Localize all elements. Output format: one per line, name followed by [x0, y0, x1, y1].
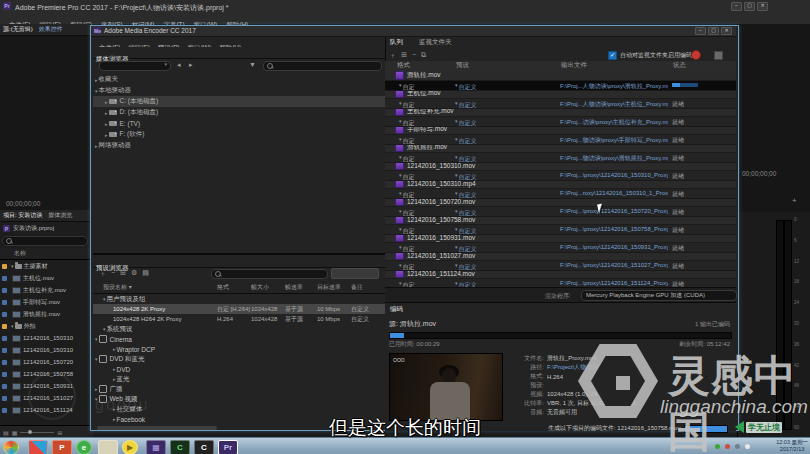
chevron-down-icon[interactable]: ▾	[399, 172, 402, 178]
label-color-swatch[interactable]	[2, 324, 7, 329]
project-item[interactable]: 12142016_151027	[0, 392, 90, 404]
chevron-down-icon[interactable]: ▾	[399, 82, 402, 88]
expand-arrow-icon[interactable]: ▸	[113, 376, 116, 382]
chevron-down-icon[interactable]: ▾	[399, 136, 402, 142]
project-item[interactable]: 12142016_150931	[0, 380, 90, 392]
auto-encode-option[interactable]: ✓ 自动对监视文件夹启用编码	[608, 51, 692, 60]
output-preset[interactable]: 自定义	[459, 83, 477, 92]
taskbar-icon-c-green[interactable]: C	[170, 440, 190, 454]
start-button[interactable]	[3, 440, 19, 454]
output-path[interactable]: F:\Proj...\proxy\12142016_151124_Proxy.m…	[560, 280, 668, 286]
renderer-dropdown[interactable]: Mercury Playback Engine GPU 加速 (CUDA)	[581, 290, 737, 301]
add-preset-icon[interactable]: ＋	[99, 269, 106, 279]
taskbar-icon-c-white[interactable]: C	[194, 440, 214, 454]
tab-encoding[interactable]: 编码	[387, 305, 406, 314]
media-browser-view-dropdown[interactable]: ▾	[99, 61, 169, 69]
chevron-down-icon[interactable]: ▾	[399, 262, 402, 268]
output-preset[interactable]: 自定义	[459, 155, 477, 164]
expand-arrow-icon[interactable]: ▸	[105, 110, 108, 116]
tree-item[interactable]: ▸ D: (本地磁盘)	[93, 107, 385, 118]
new-group-icon[interactable]: ⊞	[120, 269, 126, 279]
label-color-swatch[interactable]	[2, 288, 7, 293]
queue-output-row[interactable]: ▾ 自定 ▾ 自定义 F:\Proj...roxy\12142016_15031…	[385, 189, 736, 199]
settings-icon[interactable]: ⚙	[131, 269, 137, 279]
chevron-down-icon[interactable]: ▾	[399, 190, 402, 196]
tab-queue[interactable]: 队列	[387, 38, 406, 47]
output-format[interactable]: 自定	[403, 245, 415, 254]
project-item[interactable]: 主机位.mov	[0, 272, 90, 284]
output-format[interactable]: 自定	[403, 263, 415, 272]
queue-output-row[interactable]: ▾ 自定 ▾ 自定义 F:\Proj...\proxy\12142016_150…	[385, 225, 736, 235]
system-preset-item[interactable]: ▸ 社交媒体	[93, 404, 385, 414]
tree-item[interactable]: ▸ 网络驱动器	[93, 140, 385, 151]
expand-arrow-icon[interactable]: ▾	[95, 336, 98, 342]
maximize-icon[interactable]: ▢	[744, 2, 755, 11]
tray-icon-green[interactable]	[715, 444, 720, 449]
output-format[interactable]: 自定	[403, 227, 415, 236]
forward-icon[interactable]: ▸	[189, 61, 193, 69]
column-preset-name[interactable]: 预设名称 ▾	[103, 283, 132, 292]
chevron-down-icon[interactable]: ▾	[455, 136, 458, 142]
add-button-icon[interactable]: +	[792, 196, 797, 205]
output-format[interactable]: 自定	[403, 119, 415, 128]
chevron-down-icon[interactable]: ▾	[455, 82, 458, 88]
output-format[interactable]: 自定	[403, 191, 415, 200]
stop-queue-button[interactable]	[691, 50, 701, 60]
preset-row[interactable]: 1024x428 2K Proxy 自定 [H.264] 1024x428 基于…	[93, 304, 385, 314]
expand-arrow-icon[interactable]: ▸	[105, 121, 108, 127]
media-browser-search-input[interactable]	[263, 61, 382, 71]
filter-icon[interactable]: ▼	[249, 61, 256, 68]
tree-item[interactable]: ▾ 本地驱动器	[93, 85, 385, 96]
expand-arrow-icon[interactable]: ▸	[113, 406, 116, 412]
system-preset-item[interactable]: ▾ DVD 和蓝光	[93, 354, 385, 364]
chevron-down-icon[interactable]: ▾	[455, 226, 458, 232]
expand-arrow-icon[interactable]: ▸	[95, 143, 98, 149]
taskbar-clock[interactable]: 12:03 星期一 2017/2/13	[776, 439, 808, 453]
expand-arrow-icon[interactable]: ▸	[113, 346, 116, 352]
label-color-swatch[interactable]	[2, 372, 7, 377]
label-color-swatch[interactable]	[2, 348, 7, 353]
output-preset[interactable]: 自定义	[459, 137, 477, 146]
chevron-down-icon[interactable]: ▾	[455, 244, 458, 250]
chevron-down-icon[interactable]: ▾	[455, 172, 458, 178]
queue-output-row[interactable]: ▾ 自定 ▾ 自定义 F:\Proj...人物访谈\proxy\主机位_Prox…	[385, 99, 736, 109]
expand-arrow-icon[interactable]: ▸	[105, 99, 108, 105]
chevron-down-icon[interactable]: ▾	[399, 244, 402, 250]
chevron-down-icon[interactable]: ▾	[399, 208, 402, 214]
minimize-icon[interactable]: –	[695, 27, 706, 35]
chevron-down-icon[interactable]: ▾	[455, 154, 458, 160]
tab-effect-controls[interactable]: 效果控件	[36, 25, 66, 34]
label-color-swatch[interactable]	[2, 384, 7, 389]
output-path[interactable]: F:\Proj...物访谈\proxy\手部特写_Proxy.mp4	[560, 136, 668, 145]
project-name-column-header[interactable]: 名称	[0, 248, 90, 260]
output-preset[interactable]: 自定义	[459, 119, 477, 128]
output-preset[interactable]: 自定义	[459, 263, 477, 272]
tree-item[interactable]: ▸ 收藏夹	[93, 74, 385, 85]
column-frame-rate[interactable]: 帧速率	[285, 283, 303, 292]
pause-queue-button[interactable]	[714, 51, 723, 60]
label-color-swatch[interactable]	[2, 312, 7, 317]
project-item[interactable]: 12142016_150720	[0, 356, 90, 368]
system-preset-item[interactable]: ▸ Wraptor DCP	[93, 344, 385, 354]
project-item[interactable]: 手部特写.mov	[0, 296, 90, 308]
output-format[interactable]: 自定	[403, 209, 415, 218]
panel-divider[interactable]	[93, 253, 385, 255]
tab-media-browser[interactable]: 媒体浏览	[45, 211, 75, 220]
column-target-rate[interactable]: 目标速率	[317, 283, 341, 292]
label-color-swatch[interactable]	[2, 300, 7, 305]
queue-output-row[interactable]: ▾ 自定 ▾ 自定义 F:\Proj...物访谈\proxy\手部特写_Prox…	[385, 135, 736, 145]
add-source-icon[interactable]: ＋	[389, 51, 396, 61]
checkbox-checked-icon[interactable]: ✓	[608, 51, 617, 60]
remove-preset-icon[interactable]: −	[111, 269, 115, 279]
system-preset-item[interactable]: ▾ Web 视频	[93, 394, 385, 404]
output-preset[interactable]: 自定义	[459, 173, 477, 182]
output-path[interactable]: F:\Proj...人物访谈\proxy\滑轨拉_Proxy.mp4	[560, 82, 668, 91]
expand-arrow-icon[interactable]: ▸	[105, 132, 108, 138]
taskbar-icon-potplayer[interactable]: ▶	[122, 440, 138, 454]
taskbar-icon-premiere[interactable]: Pr	[218, 440, 238, 454]
project-item[interactable]: 主机位补充.mov	[0, 284, 90, 296]
column-status[interactable]: 状态	[673, 61, 686, 70]
taskbar-icon-messenger[interactable]	[28, 440, 48, 454]
output-path[interactable]: F:\Proj...\proxy\12142016_151027_Proxy.m…	[560, 262, 668, 268]
label-color-swatch[interactable]	[2, 276, 7, 281]
